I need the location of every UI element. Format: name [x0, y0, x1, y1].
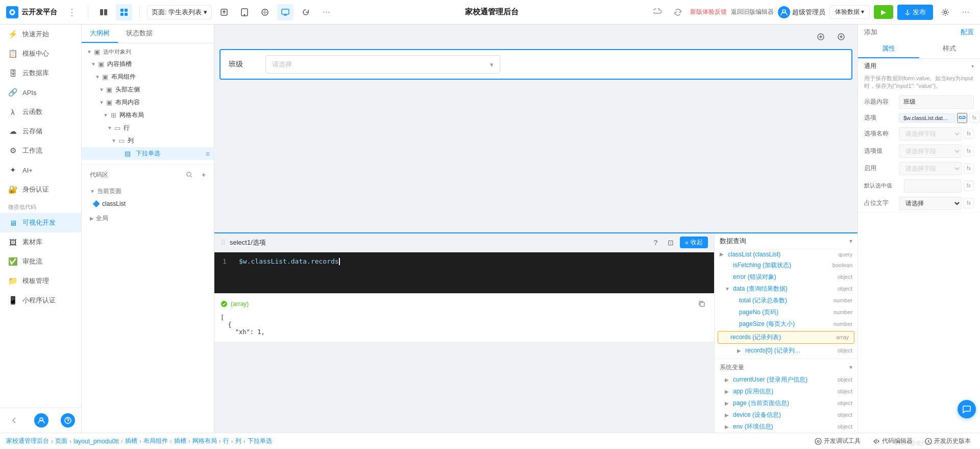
desktop-view-btn[interactable]: [277, 4, 293, 20]
menu-toggle[interactable]: ⋮: [67, 7, 77, 18]
add-prop-btn[interactable]: 添加: [864, 28, 877, 37]
tree-item-action-icon[interactable]: ≡: [206, 150, 210, 158]
options-link-btn[interactable]: [957, 113, 967, 123]
sidebar-item-template-center[interactable]: 📋 模板中心: [0, 44, 81, 63]
placeholder-select[interactable]: 请选择: [899, 197, 962, 210]
add-row-btn[interactable]: [813, 29, 829, 45]
add-col-btn[interactable]: [833, 29, 849, 45]
list-view-btn[interactable]: [95, 4, 112, 20]
sidebar-item-cloud-db[interactable]: 🗄 云数据库: [0, 63, 81, 83]
data-panel-collapse[interactable]: ▾: [849, 238, 852, 245]
top-more-btn[interactable]: ···: [958, 4, 974, 20]
sidebar-item-cloud-storage[interactable]: ☁ 云存储: [0, 122, 81, 141]
sidebar-item-visual-dev[interactable]: 🖥 可视化开发: [0, 213, 81, 232]
return-old-editor-btn[interactable]: 返回旧版编辑器: [731, 8, 774, 16]
codezone-add-btn[interactable]: +: [198, 169, 210, 181]
common-section-header[interactable]: 通用 ▾: [858, 59, 980, 74]
tree-item-3[interactable]: ▼ ▣ 头部左侧: [82, 83, 214, 96]
code-collapse-btn[interactable]: « 收起: [680, 237, 708, 248]
mobile-view-btn[interactable]: [236, 4, 253, 20]
config-btn[interactable]: 配置: [961, 28, 974, 37]
enabled-select[interactable]: 请选择字段: [899, 162, 962, 175]
tree-item-1[interactable]: ▼ ▣ 内容插槽: [82, 58, 214, 70]
admin-area[interactable]: 超级管理员: [778, 6, 825, 18]
tree-tab-outline[interactable]: 大纲树: [82, 25, 118, 43]
chat-btn[interactable]: [958, 400, 976, 418]
sidebar-item-cloud-func[interactable]: λ 云函数: [0, 102, 81, 122]
refresh-btn[interactable]: [298, 4, 314, 20]
drag-handle[interactable]: ⠿: [220, 239, 226, 247]
data-item-records-highlighted[interactable]: records (记录列表) array: [718, 331, 854, 344]
code-help-btn[interactable]: ?: [649, 237, 662, 249]
tree-item-classlist[interactable]: 🔷 classList: [82, 198, 214, 210]
sidebar-collapse-btn[interactable]: [6, 412, 22, 429]
global-header[interactable]: ▶ 全局: [82, 212, 214, 225]
grid-view-btn[interactable]: [116, 4, 132, 20]
more-btn[interactable]: ···: [318, 4, 334, 20]
data-item-device[interactable]: ▶ device (设备信息) object: [715, 409, 857, 421]
publish-preview-btn[interactable]: ▶: [874, 5, 893, 19]
data-item-pagesize[interactable]: pageSize (每页大小) number: [715, 318, 857, 330]
data-item-classlist[interactable]: ▶ classList (classList) query: [715, 249, 857, 259]
upload-btn[interactable]: [216, 4, 232, 20]
sidebar-item-miniprogram[interactable]: 📱 小程序认证: [0, 291, 81, 310]
breadcrumb-slot1[interactable]: 插槽: [125, 437, 137, 445]
codezone-search-btn[interactable]: [183, 169, 195, 181]
tree-item-2[interactable]: ▼ ▣ 布局组件: [82, 70, 214, 83]
breadcrumb-page[interactable]: 页面: [55, 437, 67, 445]
data-item-records0[interactable]: ▶ records[0] (记录列… object: [715, 345, 857, 357]
help-btn[interactable]: [61, 413, 75, 428]
breadcrumb-slot2[interactable]: 插槽: [174, 437, 186, 445]
history-btn[interactable]: 开发历史版本: [922, 436, 974, 446]
data-dropdown-btn[interactable]: 体验数据 ▾: [829, 5, 870, 19]
system-vars-header[interactable]: 系统变量 ▾: [715, 361, 857, 374]
data-item-app[interactable]: ▶ app (应用信息) object: [715, 386, 857, 397]
code-expand-btn[interactable]: ⊡: [665, 237, 677, 249]
current-page-header[interactable]: ▼ 当前页面: [82, 185, 214, 198]
sidebar-user-avatar[interactable]: [34, 413, 48, 428]
enabled-fx-btn[interactable]: fx: [964, 163, 974, 174]
breadcrumb-col[interactable]: 列: [235, 437, 241, 445]
sidebar-item-materials[interactable]: 🖼 素材库: [0, 232, 81, 252]
sidebar-item-quick-start[interactable]: ⚡ 快速开始: [0, 25, 81, 44]
breadcrumb-dropdown[interactable]: 下拉单选: [248, 437, 272, 445]
cloud-status-btn[interactable]: [649, 4, 666, 20]
tree-item-6[interactable]: ▼ ▭ 行: [82, 122, 214, 134]
copy-result-btn[interactable]: [696, 298, 708, 310]
option-value-select[interactable]: 请选择字段: [899, 145, 962, 158]
top-settings-btn[interactable]: [937, 4, 953, 20]
data-item-data[interactable]: ▼ data (查询结果数据) object: [715, 283, 857, 295]
sidebar-item-workflow[interactable]: ⚙ 工作流: [0, 141, 81, 160]
tab-properties[interactable]: 属性: [858, 40, 919, 58]
preview-btn[interactable]: [257, 4, 273, 20]
data-item-env[interactable]: ▶ env (环境信息) object: [715, 421, 857, 433]
tree-item-7[interactable]: ▼ ▭ 列: [82, 134, 214, 147]
options-fx-btn[interactable]: fx: [969, 113, 979, 123]
display-content-input[interactable]: [899, 96, 974, 109]
tab-style[interactable]: 样式: [919, 40, 981, 58]
tree-item-4[interactable]: ▼ ▣ 布局内容: [82, 96, 214, 109]
placeholder-fx-btn[interactable]: fx: [964, 198, 974, 208]
breadcrumb-layout[interactable]: layout_pmodu0tt: [74, 438, 119, 445]
data-item-total[interactable]: total (记录总条数) number: [715, 295, 857, 306]
tree-item-5[interactable]: ▼ ⊞ 网格布局: [82, 109, 214, 122]
option-value-fx-btn[interactable]: fx: [964, 146, 974, 156]
data-item-page[interactable]: ▶ page (当前页面信息) object: [715, 397, 857, 409]
data-item-isfetching[interactable]: isFetching (加载状态) boolean: [715, 259, 857, 271]
new-version-btn[interactable]: 新版体验反馈: [690, 8, 727, 16]
code-editor-btn[interactable]: 代码编辑器: [870, 436, 916, 446]
sidebar-item-ai-plus[interactable]: ✦ AI+: [0, 160, 81, 180]
preview-select[interactable]: 请选择 ▾: [265, 55, 500, 74]
code-editor[interactable]: 1 $w.classList.data.records: [214, 252, 714, 293]
option-name-fx-btn[interactable]: fx: [964, 129, 974, 139]
breadcrumb-row[interactable]: 行: [223, 437, 229, 445]
page-title-dropdown[interactable]: 页面: 学生表列表 ▾: [147, 5, 212, 19]
data-item-pageno[interactable]: pageNo (页码) number: [715, 306, 857, 318]
option-name-select[interactable]: 请选择字段: [899, 127, 962, 140]
tree-item-0[interactable]: ▼ ▣ 选中对象列: [82, 45, 214, 58]
sidebar-item-auth[interactable]: 🔐 身份认证: [0, 180, 81, 199]
data-item-currentuser[interactable]: ▶ currentUser (登录用户信息) object: [715, 374, 857, 386]
sidebar-item-apis[interactable]: 🔗 APIs: [0, 83, 81, 102]
tree-item-8-selected[interactable]: ▤ 下拉单选 ≡: [82, 147, 214, 160]
sidebar-item-approval[interactable]: ✅ 审批流: [0, 252, 81, 271]
